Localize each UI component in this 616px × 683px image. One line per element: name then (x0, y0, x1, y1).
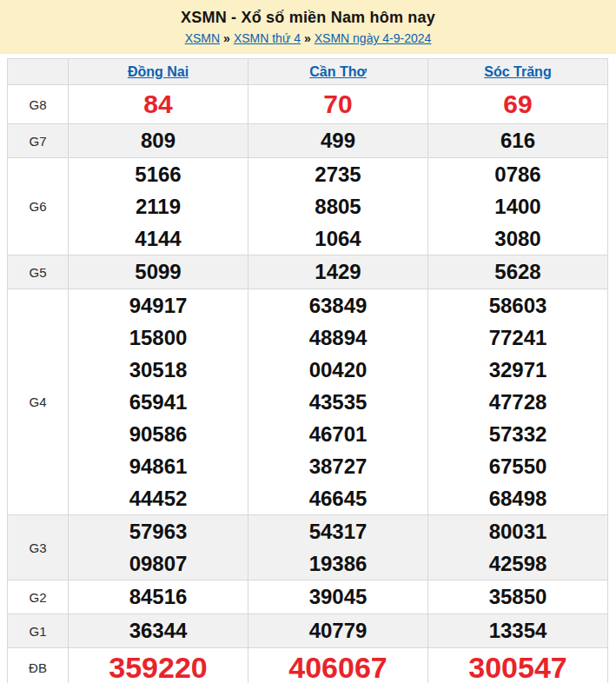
province-header-can-tho: Cần Thơ (248, 59, 428, 85)
result-row-g4: G494917158003051865941905869486144452638… (8, 289, 608, 515)
result-number: 616 (428, 124, 607, 157)
breadcrumb: XSMN»XSMN thứ 4»XSMN ngày 4-9-2024 (0, 31, 616, 45)
result-cell-g1-soc-trang: 13354 (428, 614, 608, 648)
result-number: 2735 (248, 158, 427, 190)
result-number: 5166 (69, 158, 248, 190)
result-cell-g8-can-tho: 70 (248, 85, 428, 124)
province-header-soc-trang: Sóc Trăng (428, 59, 608, 85)
result-cell-g7-can-tho: 499 (248, 124, 428, 158)
result-cell-g3-soc-trang: 8003142598 (428, 515, 608, 580)
result-number: 68498 (428, 482, 607, 514)
result-cell-db-soc-trang: 300547 (428, 648, 608, 683)
result-row-g7: G7809499616 (8, 124, 608, 158)
result-number: 300547 (428, 648, 607, 683)
result-number: 8805 (248, 190, 427, 222)
result-number: 36344 (69, 614, 248, 647)
result-cell-g6-soc-trang: 078614003080 (428, 158, 608, 255)
prize-label-g8: G8 (8, 85, 69, 124)
result-number: 1429 (248, 255, 427, 288)
result-row-g1: G1363444077913354 (8, 614, 608, 648)
result-cell-g1-dong-nai: 36344 (69, 614, 248, 648)
breadcrumb-link-xsmn-ngay-4-9-2024[interactable]: XSMN ngày 4-9-2024 (315, 31, 432, 45)
result-cell-g4-dong-nai: 94917158003051865941905869486144452 (69, 289, 248, 515)
prize-label-g7: G7 (8, 124, 69, 158)
province-link-can-tho[interactable]: Cần Thơ (309, 64, 367, 79)
result-number: 4144 (69, 222, 248, 255)
result-number: 40779 (248, 614, 427, 647)
breadcrumb-separator: » (223, 31, 230, 45)
result-number: 46645 (248, 482, 427, 514)
breadcrumb-separator: » (304, 31, 311, 45)
result-row-g2: G2845163904535850 (8, 580, 608, 614)
result-number: 67550 (428, 450, 607, 482)
result-number: 19386 (248, 547, 427, 580)
page-title: XSMN - Xổ số miền Nam hôm nay (0, 9, 616, 27)
result-cell-g3-can-tho: 5431719386 (248, 515, 428, 580)
prize-label-g2: G2 (8, 580, 69, 614)
result-number: 70 (248, 85, 427, 123)
result-number: 406067 (248, 648, 427, 683)
result-cell-g6-dong-nai: 516621194144 (69, 158, 248, 255)
result-cell-g1-can-tho: 40779 (248, 614, 428, 648)
result-number: 1064 (248, 222, 427, 255)
result-cell-g3-dong-nai: 5796309807 (69, 515, 248, 580)
result-number: 54317 (248, 515, 427, 547)
prize-label-db: ĐB (8, 648, 69, 683)
result-cell-g7-dong-nai: 809 (69, 124, 248, 158)
result-number: 90586 (69, 418, 248, 450)
result-number: 46701 (248, 418, 427, 450)
prize-label-g6: G6 (8, 158, 69, 255)
result-number: 84 (69, 85, 248, 123)
prize-label-g1: G1 (8, 614, 69, 648)
result-cell-g8-dong-nai: 84 (69, 85, 248, 124)
result-number: 80031 (428, 515, 607, 547)
results-table-container: Đồng NaiCần ThơSóc Trăng G8847069G780949… (7, 58, 609, 683)
result-row-g8: G8847069 (8, 85, 608, 124)
corner-cell (8, 59, 69, 85)
breadcrumb-link-xsmn-thu-4[interactable]: XSMN thứ 4 (234, 31, 301, 45)
result-cell-g6-can-tho: 273588051064 (248, 158, 428, 255)
result-number: 58603 (428, 289, 607, 322)
result-number: 3080 (428, 222, 607, 255)
result-number: 77241 (428, 322, 607, 354)
result-cell-db-dong-nai: 359220 (69, 648, 248, 683)
result-number: 809 (69, 124, 248, 157)
province-link-dong-nai[interactable]: Đồng Nai (128, 64, 189, 79)
result-cell-g5-dong-nai: 5099 (69, 255, 248, 289)
prize-label-g3: G3 (8, 515, 69, 580)
result-row-g3: G3579630980754317193868003142598 (8, 515, 608, 580)
result-number: 69 (428, 85, 607, 123)
result-number: 44452 (69, 482, 248, 514)
result-number: 38727 (248, 450, 427, 482)
prize-label-g5: G5 (8, 255, 69, 289)
result-number: 5099 (69, 255, 248, 288)
results-table: Đồng NaiCần ThơSóc Trăng G8847069G780949… (7, 58, 608, 683)
result-number: 94917 (69, 289, 248, 322)
result-cell-g5-can-tho: 1429 (248, 255, 428, 289)
result-cell-g4-soc-trang: 58603772413297147728573326755068498 (428, 289, 608, 515)
prize-label-g4: G4 (8, 289, 69, 515)
result-row-g5: G5509914295628 (8, 255, 608, 289)
result-cell-g8-soc-trang: 69 (428, 85, 608, 124)
result-number: 47728 (428, 386, 607, 418)
result-row-g6: G6516621194144273588051064078614003080 (8, 158, 608, 255)
result-cell-db-can-tho: 406067 (248, 648, 428, 683)
result-number: 65941 (69, 386, 248, 418)
result-number: 43535 (248, 386, 427, 418)
result-number: 39045 (248, 580, 427, 613)
result-number: 1400 (428, 190, 607, 222)
result-number: 48894 (248, 322, 427, 354)
result-number: 13354 (428, 614, 607, 647)
result-number: 15800 (69, 322, 248, 354)
result-number: 94861 (69, 450, 248, 482)
breadcrumb-link-xsmn[interactable]: XSMN (185, 31, 220, 45)
result-number: 5628 (428, 255, 607, 288)
result-number: 09807 (69, 547, 248, 580)
result-number: 84516 (69, 580, 248, 613)
province-link-soc-trang[interactable]: Sóc Trăng (484, 64, 551, 79)
result-number: 57332 (428, 418, 607, 450)
result-number: 30518 (69, 354, 248, 386)
result-number: 00420 (248, 354, 427, 386)
result-number: 2119 (69, 190, 248, 222)
result-cell-g7-soc-trang: 616 (428, 124, 608, 158)
